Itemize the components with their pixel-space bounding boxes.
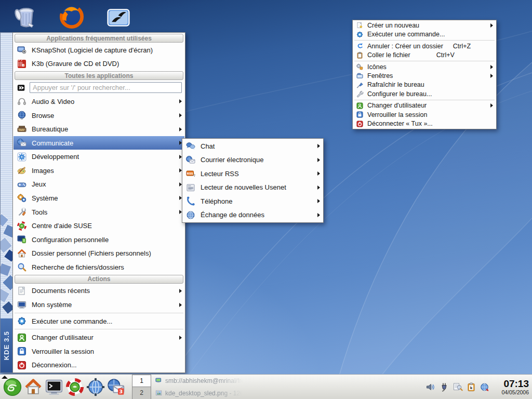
kmenu-item-label: Communicate [32, 139, 73, 147]
submenu-arrow-icon [177, 303, 182, 307]
context-item-configurer[interactable]: Configurer le bureau... [353, 89, 496, 98]
rss-icon: RSS [185, 168, 196, 179]
systeme-icon [17, 193, 27, 203]
pager-desktop-1[interactable]: 1 [132, 375, 151, 388]
tray-power-icon [439, 382, 449, 392]
context-item-verrouiller[interactable]: Verrouiller la session [353, 110, 496, 119]
home-icon [23, 377, 43, 397]
context-item-label: Exécuter une commande... [367, 31, 445, 38]
kmenu-item-bureautique[interactable]: Bureautique [14, 122, 184, 136]
submenu-arrow-icon [177, 289, 182, 293]
kmenu-item-jeux[interactable]: Jeux [14, 178, 184, 192]
context-item-label: Changer d'utilisateur [367, 102, 427, 109]
geeko-icon [3, 377, 22, 397]
firefox-icon [59, 4, 84, 29]
kmenu-item-changer-utilisateur[interactable]: Changer d'utilisateur [14, 330, 184, 344]
submenu-item-telephone[interactable]: Téléphone [183, 194, 323, 208]
tray-online-update[interactable] [479, 381, 490, 393]
tray-volume[interactable] [425, 381, 436, 393]
submenu-arrow-icon [315, 158, 320, 162]
kmenu-item-browse[interactable]: Browse [14, 109, 184, 123]
home-icon [17, 248, 27, 259]
kontact-launcher[interactable]: 3 [106, 376, 127, 398]
kmenu-item-communicate[interactable]: Communicate [14, 136, 184, 150]
taskbar-entry-label: smb://abhishekm@mrinal/fre [165, 377, 245, 384]
kmenu-item-verrouiller[interactable]: Verrouiller la session [14, 344, 184, 358]
kmenu-item-recherche[interactable]: Recherche de fichiers/dossiers [14, 260, 184, 274]
panel-clock[interactable]: 07:13 04/05/2006 [495, 379, 532, 395]
kmenu-item-executer[interactable]: Exécuter une commande... [14, 314, 184, 328]
submenu-arrow-icon [177, 141, 182, 145]
submenu-arrow-icon [177, 336, 182, 340]
submenu-item-label: Lecteur RSS [201, 170, 239, 178]
context-item-annuler[interactable]: Annuler : Créer un dossierCtrl+Z [353, 42, 496, 50]
ksnapshot-icon [17, 45, 27, 55]
kmenu-item-audio-video[interactable]: Audio & Video [14, 95, 184, 109]
konqueror-launcher[interactable] [85, 376, 106, 398]
communicate-icon [17, 138, 27, 148]
konsole-launcher[interactable] [44, 376, 64, 398]
kmenu-item-label: Documents récents [32, 287, 90, 295]
shortcut-label: Ctrl+Z [453, 43, 478, 50]
context-item-coller[interactable]: Coller le fichierCtrl+V [353, 50, 496, 59]
context-item-executer[interactable]: Exécuter une commande... [353, 30, 496, 38]
taskbar-entry[interactable]: kde_desktop_sled.png - 126 [153, 387, 324, 399]
kmenu-launcher[interactable] [2, 376, 23, 398]
kmenu-search-input[interactable] [30, 82, 182, 93]
kmenu-item-developpement[interactable]: Développement [14, 150, 184, 164]
context-item-creer-nouveau[interactable]: Créer un nouveau [353, 21, 496, 30]
submenu-arrow-icon [177, 99, 182, 103]
icones-icon [356, 63, 364, 71]
kmenu-item-home[interactable]: Dossier personnel (Fichiers personnels) [14, 247, 184, 261]
submenu-arrow-icon [177, 155, 182, 159]
kmenu-item-tools[interactable]: Tools [14, 205, 184, 219]
submenu-item-usenet[interactable]: Lecteur de nouvelles Usenet [183, 181, 323, 195]
context-item-icones[interactable]: Icônes [353, 62, 496, 71]
kmenu-item-ksnapshot[interactable]: KSnapShot (Logiciel de capture d'écran) [14, 43, 184, 57]
clock-time: 07:13 [495, 379, 529, 389]
desktop-context-menu: Créer un nouveauExécuter une commande...… [352, 20, 497, 129]
kmenu-item-label: Système [32, 194, 58, 202]
openoffice-desktop-icon[interactable] [105, 4, 132, 31]
executer-icon [17, 316, 27, 326]
kmenu-item-mon-systeme[interactable]: Mon système [14, 298, 184, 312]
context-item-changer-utilisateur[interactable]: Changer d'utilisateur [353, 101, 496, 110]
kmenu-item-config-perso[interactable]: Configuration personnelle [14, 233, 184, 247]
fenetres-icon [356, 72, 364, 79]
kicker-panel: 3 12 smb://abhishekm@mrinal/frekde_deskt… [0, 374, 532, 399]
pager-desktop-2[interactable]: 2 [132, 387, 151, 399]
submenu-item-courrier[interactable]: Courrier électronique [183, 153, 323, 167]
suse-help-launcher[interactable] [64, 376, 85, 398]
context-item-deconnexion[interactable]: Déconnecter « Tux »... [353, 119, 496, 128]
home-launcher[interactable] [23, 376, 44, 398]
submenu-item-label: Échange de données [201, 211, 264, 219]
tray-system-monitor[interactable] [452, 381, 463, 393]
panel-hide-arrow[interactable] [2, 376, 8, 379]
context-item-rafraichir[interactable]: Rafraîchir le bureau [353, 81, 496, 89]
kde-version-label: KDE 3.5 [3, 331, 10, 360]
submenu-item-echange[interactable]: Échange de données [183, 208, 323, 222]
submenu-arrow-icon [177, 182, 182, 187]
menu-separator [15, 329, 183, 329]
kmenu-section-header: Toutes les applications [15, 71, 183, 80]
firefox-desktop-icon[interactable] [58, 3, 85, 30]
submenu-item-rss[interactable]: RSSLecteur RSS [183, 167, 323, 181]
konqueror-icon [86, 377, 105, 397]
svg-text:B: B [22, 63, 24, 68]
taskbar-entry[interactable]: smb://abhishekm@mrinal/fre [153, 375, 324, 387]
kmenu-item-systeme[interactable]: Système [14, 191, 184, 205]
kmenu-item-aide-suse[interactable]: Centre d'aide SUSE [14, 219, 184, 233]
submenu-item-chat[interactable]: Chat [183, 139, 323, 153]
kmenu-item-deconnexion[interactable]: Déconnexion... [14, 358, 184, 373]
menu-separator [354, 100, 495, 100]
context-item-fenetres[interactable]: Fenêtres [353, 71, 496, 80]
recherche-icon [17, 262, 27, 272]
trash-icon [12, 4, 37, 29]
tray-power-manager[interactable] [438, 381, 450, 393]
bureautique-icon [17, 124, 27, 135]
tray-klipper[interactable]: k [466, 381, 477, 393]
trash-desktop-icon[interactable] [11, 3, 38, 30]
kmenu-item-documents-recents[interactable]: Documents récents [14, 284, 184, 298]
kmenu-item-images[interactable]: Images [14, 164, 184, 178]
kmenu-item-k3b[interactable]: BK3b (Gravure de CD et DVD) [14, 57, 184, 71]
